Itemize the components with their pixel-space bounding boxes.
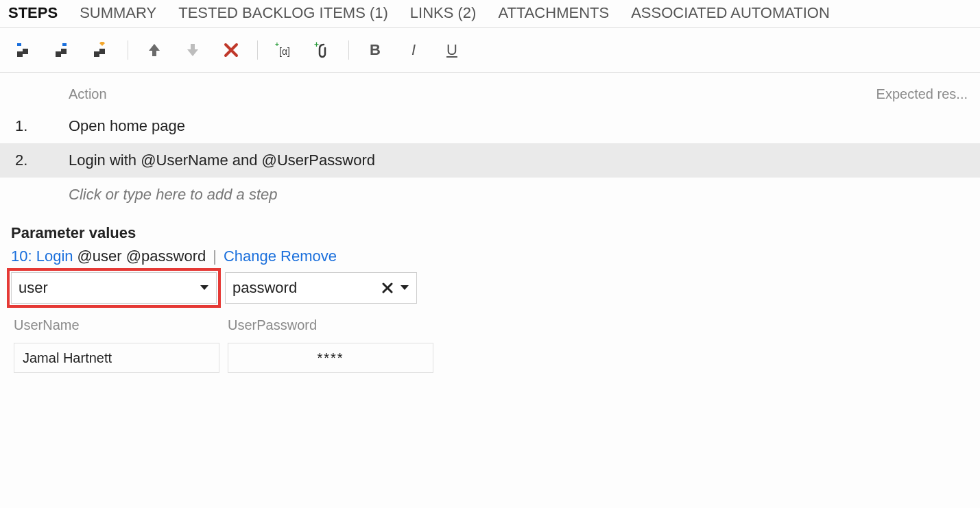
- remove-link[interactable]: Remove: [280, 247, 337, 265]
- toolbar-separator: [348, 40, 349, 60]
- chevron-down-icon: [200, 285, 209, 291]
- toolbar-separator: [257, 40, 258, 60]
- delete-step-icon[interactable]: [216, 38, 246, 62]
- change-link[interactable]: Change: [224, 247, 276, 265]
- param-table-row: Jamal Hartnett ****: [11, 343, 969, 373]
- chevron-down-icon: [400, 285, 409, 291]
- dropdown-label: user: [19, 279, 48, 297]
- create-shared-steps-icon[interactable]: [86, 38, 117, 62]
- tab-steps[interactable]: STEPS: [7, 3, 59, 23]
- insert-parameter-icon[interactable]: + [α]: [269, 38, 299, 62]
- steps-column-headers: Action Expected res...: [0, 73, 980, 109]
- dropdown-label: password: [232, 279, 297, 297]
- param-map-dropdown-user[interactable]: user: [11, 272, 217, 304]
- param-column-username: UserName: [14, 317, 219, 333]
- step-row[interactable]: 1. Open home page: [0, 109, 980, 143]
- tab-links[interactable]: LINKS (2): [409, 3, 478, 23]
- insert-shared-step-icon[interactable]: [48, 38, 78, 62]
- toolbar-separator: [128, 40, 128, 60]
- tab-associated-automation[interactable]: ASSOCIATED AUTOMATION: [630, 3, 831, 23]
- shared-parameter-suffix: @user @password: [77, 247, 206, 265]
- link-separator: |: [210, 247, 219, 265]
- param-map-dropdown-password[interactable]: password: [225, 272, 417, 304]
- svg-text:+: +: [314, 42, 319, 49]
- svg-text:[α]: [α]: [279, 46, 290, 57]
- add-attachment-icon[interactable]: +: [307, 38, 337, 62]
- tab-attachments[interactable]: ATTACHMENTS: [497, 3, 610, 23]
- shared-parameter-link[interactable]: 10: Login: [11, 247, 73, 265]
- step-row[interactable]: 2. Login with @UserName and @UserPasswor…: [0, 143, 980, 178]
- parameter-values-section: Parameter values 10: Login @user @passwo…: [0, 217, 980, 380]
- column-action: Action: [62, 86, 857, 102]
- move-up-icon[interactable]: [139, 38, 169, 62]
- step-number: 1.: [7, 117, 62, 135]
- insert-step-icon[interactable]: [10, 38, 40, 62]
- param-cell-userpassword[interactable]: ****: [228, 343, 433, 373]
- steps-toolbar: + [α] + B I U: [0, 28, 980, 73]
- step-action-text[interactable]: Open home page: [62, 117, 973, 135]
- param-table-headers: UserName UserPassword: [11, 317, 969, 333]
- column-expected-result: Expected res...: [857, 86, 973, 102]
- step-action-text[interactable]: Login with @UserName and @UserPassword: [62, 152, 973, 169]
- step-number: 2.: [7, 152, 62, 169]
- parameter-values-title: Parameter values: [11, 224, 969, 242]
- italic-button[interactable]: I: [398, 38, 429, 62]
- bold-button[interactable]: B: [360, 38, 390, 62]
- move-down-icon[interactable]: [178, 38, 208, 62]
- tab-tested-backlog-items[interactable]: TESTED BACKLOG ITEMS (1): [177, 3, 390, 23]
- param-cell-username[interactable]: Jamal Hartnett: [14, 343, 219, 373]
- add-step-placeholder[interactable]: Click or type here to add a step: [0, 178, 980, 217]
- underline-button[interactable]: U: [437, 38, 467, 62]
- clear-icon[interactable]: [382, 282, 393, 293]
- shared-parameter-link-row: 10: Login @user @password | Change Remov…: [11, 247, 969, 265]
- tabs-bar: STEPS SUMMARY TESTED BACKLOG ITEMS (1) L…: [0, 0, 980, 28]
- tab-summary[interactable]: SUMMARY: [78, 3, 158, 23]
- param-column-userpassword: UserPassword: [228, 317, 433, 333]
